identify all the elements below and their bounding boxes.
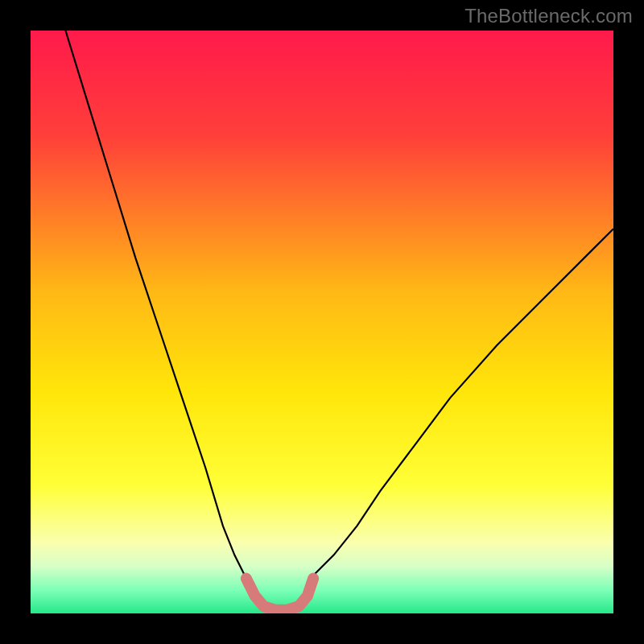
plot-area — [31, 31, 613, 613]
chart-svg — [31, 31, 613, 613]
watermark-text: TheBottleneck.com — [464, 5, 633, 27]
gradient-background — [31, 31, 613, 613]
chart-frame: TheBottleneck.com — [0, 0, 644, 644]
